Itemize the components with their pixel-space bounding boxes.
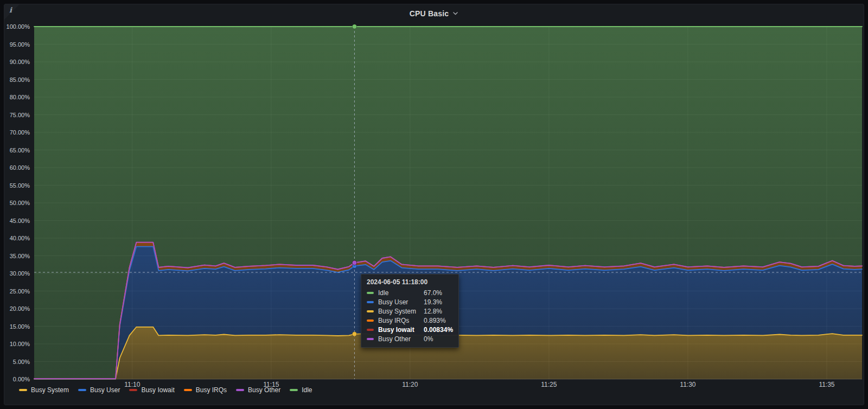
tooltip-series-label: Busy IRQs [378, 317, 424, 324]
tooltip-series-swatch-icon [367, 301, 374, 303]
y-tick-label: 80.00% [4, 93, 30, 101]
tooltip-series-swatch-icon [367, 319, 374, 322]
chart-tooltip: 2024-06-05 11:18:00 Idle67.0%Busy User19… [361, 274, 459, 348]
y-tick-label: 15.00% [4, 323, 30, 330]
legend-swatch-icon [78, 389, 86, 391]
legend-label: Busy Other [248, 386, 280, 394]
tooltip-series-swatch-icon [367, 338, 374, 340]
tooltip-series-label: Busy User [378, 298, 424, 306]
y-tick-label: 35.00% [4, 252, 30, 260]
legend-label: Busy Iowait [141, 386, 174, 394]
legend-swatch-icon [129, 389, 137, 391]
x-tick-label: 11:30 [669, 381, 707, 388]
tooltip-row: Busy User19.3% [367, 298, 453, 306]
y-tick-label: 85.00% [4, 76, 30, 84]
tooltip-series-value: 12.8% [424, 308, 442, 315]
y-tick-label: 0.00% [4, 375, 30, 383]
legend-swatch-icon [236, 389, 244, 391]
x-tick-label: 11:25 [530, 381, 568, 388]
tooltip-series-value: 0.00834% [424, 326, 453, 334]
tooltip-row: Busy IRQs0.893% [367, 317, 453, 324]
chevron-down-icon[interactable] [452, 9, 458, 18]
legend-swatch-icon [19, 389, 27, 391]
tooltip-series-label: Busy Iowait [378, 326, 424, 334]
legend-label: Busy IRQs [196, 386, 227, 394]
y-tick-label: 55.00% [4, 182, 30, 189]
legend-swatch-icon [184, 389, 192, 391]
tooltip-series-swatch-icon [367, 329, 374, 331]
y-tick-label: 40.00% [4, 234, 30, 242]
tooltip-series-swatch-icon [367, 292, 374, 294]
y-tick-label: 20.00% [4, 305, 30, 312]
legend: Busy SystemBusy UserBusy IowaitBusy IRQs… [19, 386, 312, 394]
y-tick-label: 45.00% [4, 217, 30, 225]
y-tick-label: 25.00% [4, 287, 30, 295]
grafana-panel: i CPU Basic 0.00%5.00%10.00%15.00%20.00%… [4, 4, 864, 405]
legend-label: Idle [302, 386, 312, 394]
x-tick-label: 11:20 [391, 381, 429, 388]
y-tick-label: 70.00% [4, 129, 30, 136]
tooltip-series-label: Idle [378, 289, 424, 297]
legend-item-busy-system[interactable]: Busy System [19, 386, 69, 394]
legend-item-busy-iowait[interactable]: Busy Iowait [129, 386, 174, 394]
legend-item-busy-user[interactable]: Busy User [78, 386, 120, 394]
y-tick-label: 30.00% [4, 270, 30, 277]
tooltip-series-label: Busy System [378, 308, 424, 315]
tooltip-row: Busy Iowait0.00834% [367, 326, 453, 334]
tooltip-series-value: 0.893% [424, 317, 446, 324]
tooltip-series-value: 67.0% [424, 289, 442, 297]
tooltip-series-value: 19.3% [424, 298, 442, 306]
panel-header[interactable]: CPU Basic [4, 4, 864, 23]
legend-item-busy-irqs[interactable]: Busy IRQs [184, 386, 227, 394]
tooltip-series-value: 0% [424, 335, 433, 343]
y-tick-label: 95.00% [4, 41, 30, 48]
legend-label: Busy System [31, 386, 69, 394]
tooltip-row: Busy Other0% [367, 335, 453, 343]
x-tick-label: 11:35 [808, 381, 846, 388]
panel-title[interactable]: CPU Basic [410, 9, 449, 18]
y-tick-label: 10.00% [4, 340, 30, 348]
tooltip-timestamp: 2024-06-05 11:18:00 [367, 278, 453, 286]
tooltip-row: Busy System12.8% [367, 308, 453, 315]
y-tick-label: 60.00% [4, 164, 30, 171]
y-tick-label: 100.00% [4, 23, 30, 30]
legend-swatch-icon [290, 389, 298, 391]
y-tick-label: 5.00% [4, 358, 30, 366]
legend-item-busy-other[interactable]: Busy Other [236, 386, 280, 394]
y-tick-label: 50.00% [4, 199, 30, 207]
legend-label: Busy User [90, 386, 120, 394]
legend-item-idle[interactable]: Idle [290, 386, 312, 394]
tooltip-row: Idle67.0% [367, 289, 453, 297]
y-tick-label: 65.00% [4, 146, 30, 154]
tooltip-series-swatch-icon [367, 310, 374, 312]
tooltip-series-label: Busy Other [378, 335, 424, 343]
y-tick-label: 90.00% [4, 58, 30, 66]
y-tick-label: 75.00% [4, 111, 30, 119]
